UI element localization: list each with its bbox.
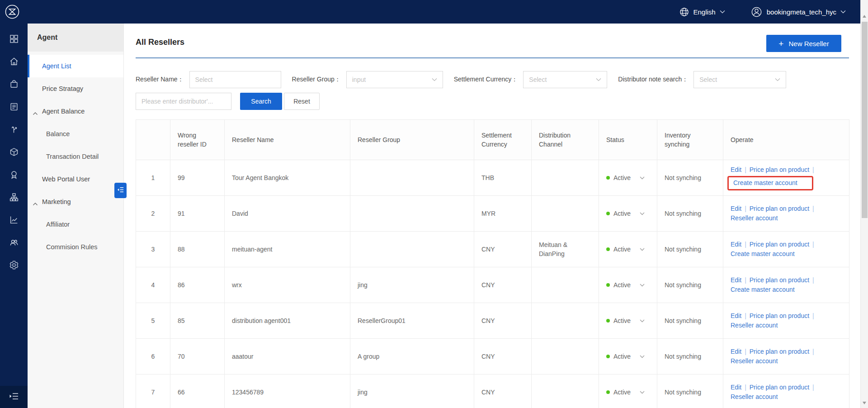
rail-item-medal[interactable] [0,164,28,187]
price-plan-on-product-link[interactable]: Price plan on product [750,166,809,173]
column-header [136,120,170,160]
rail-item-package[interactable] [0,142,28,164]
link-separator: | [741,312,750,319]
edit-link[interactable]: Edit [731,384,741,391]
settlement-currency-cell: CNY [474,232,532,267]
edit-link[interactable]: Edit [731,241,741,248]
new-reseller-button[interactable]: + New Reseller [766,35,841,52]
settlement-currency-select[interactable]: Select [523,71,607,88]
new-reseller-label: New Reseller [788,40,829,47]
edit-link[interactable]: Edit [731,348,741,355]
scrollbar-thumb[interactable] [862,22,868,218]
edit-link[interactable]: Edit [731,312,741,319]
logo [4,4,20,20]
scroll-up-arrow-icon[interactable] [863,15,866,18]
rail-item-orders[interactable] [0,96,28,119]
sidebar-item-marketing[interactable]: Marketing [28,190,123,213]
reseller-group-label: Reseller Group： [292,76,341,84]
price-plan-on-product-link[interactable]: Price plan on product [750,241,809,248]
status-cell: Active [599,267,657,303]
scroll-down-arrow-icon[interactable] [863,402,866,404]
status-dropdown[interactable]: Active [606,388,650,397]
distributor-note-select[interactable]: Select [693,71,786,88]
collapse-menu-icon [117,186,124,195]
rail-item-reports[interactable] [0,209,28,232]
sidebar-section-title: Agent [28,24,123,52]
reseller-group-cell: jing [350,375,474,408]
active-status-dot-icon [606,319,610,323]
user-menu[interactable]: bookingmeta_tech_hyc [750,6,846,18]
rail-item-settings[interactable] [0,255,28,277]
reseller-group-cell [350,160,474,196]
sidebar-item-agent-balance[interactable]: Agent Balance [28,100,123,123]
active-status-dot-icon [606,390,610,394]
active-status-dot-icon [606,247,610,251]
reseller-account-link[interactable]: Reseller account [731,357,778,365]
price-plan-on-product-link[interactable]: Price plan on product [750,384,809,391]
medal-icon [9,170,19,181]
operate-cell: Edit|Price plan on product|Reseller acco… [723,375,849,408]
sidebar-item-label: Commision Rules [46,243,98,251]
status-dropdown[interactable]: Active [606,316,650,325]
table-row: 585distribution agent001ResellerGroup01C… [136,303,849,339]
wrong-reseller-id-cell: 66 [170,375,225,408]
username-label: bookingmeta_tech_hyc [767,8,836,16]
sidebar-item-commision-rules[interactable]: Commision Rules [28,236,123,258]
sidebar-item-web-portal-user[interactable]: Web Portal User [28,168,123,190]
sidebar-item-affiliator[interactable]: Affiliator [28,213,123,236]
rail-item-route[interactable] [0,119,28,142]
price-plan-on-product-link[interactable]: Price plan on product [750,312,809,319]
sidebar-item-balance[interactable]: Balance [28,123,123,145]
inventory-synching-cell: Not synching [657,232,723,267]
chevron-down-icon [775,78,780,81]
settlement-currency-cell: CNY [474,303,532,339]
settings-gear-icon [9,260,19,272]
table-row: 199Tour Agent BangkokTHBActiveNot synchi… [136,160,849,196]
status-dropdown[interactable]: Active [606,352,650,361]
create-master-account-link[interactable]: Create master account [731,286,795,293]
sidebar-item-agent-list[interactable]: Agent List [28,55,123,77]
status-dropdown[interactable]: Active [606,280,650,289]
status-dropdown[interactable]: Active [606,173,650,182]
price-plan-on-product-link[interactable]: Price plan on product [750,276,809,284]
reseller-name-input[interactable] [189,71,281,88]
rail-item-users[interactable] [0,232,28,255]
rail-item-dashboard[interactable] [0,28,28,51]
create-master-account-link[interactable]: Create master account [733,179,797,186]
reseller-account-link[interactable]: Reseller account [731,393,778,400]
sidebar-collapse-button[interactable] [114,183,127,198]
row-index-cell: 7 [136,375,170,408]
table-row: 388meituan-agentCNYMeituan & DianPingAct… [136,232,849,267]
rail-collapse-button[interactable] [0,386,28,408]
reset-button[interactable]: Reset [284,93,320,110]
sidebar-item-price-stratagy[interactable]: Price Stratagy [28,77,123,100]
wrong-reseller-id-cell: 88 [170,232,225,267]
reseller-account-link[interactable]: Reseller account [731,214,778,222]
row-index-cell: 1 [136,160,170,196]
reseller-account-link[interactable]: Reseller account [731,322,778,329]
rail-item-shop[interactable] [0,74,28,96]
topbar-right: English bookingmeta_tech_hyc [679,6,860,18]
active-status-dot-icon [606,176,610,180]
language-selector[interactable]: English [679,7,725,17]
edit-link[interactable]: Edit [731,166,741,173]
resellers-table: Wrong reseller IDReseller NameReseller G… [136,119,849,408]
sidebar-item-transaction-detail[interactable]: Transaction Detail [28,145,123,168]
price-plan-on-product-link[interactable]: Price plan on product [750,348,809,355]
search-button[interactable]: Search [240,93,282,110]
distributor-search-input[interactable] [136,93,231,110]
rail-item-home[interactable] [0,51,28,74]
vertical-scrollbar[interactable] [860,0,868,408]
reseller-group-select[interactable]: input [346,71,443,88]
highlight-box: Create master account [727,176,813,190]
status-dropdown[interactable]: Active [606,209,650,218]
edit-link[interactable]: Edit [731,276,741,284]
edit-link[interactable]: Edit [731,205,741,212]
icon-rail [0,24,28,408]
reseller-name-cell: meituan-agent [225,232,350,267]
price-plan-on-product-link[interactable]: Price plan on product [750,205,809,212]
settlement-currency-cell: CNY [474,375,532,408]
status-dropdown[interactable]: Active [606,245,650,254]
create-master-account-link[interactable]: Create master account [731,250,795,257]
rail-item-agent[interactable] [0,187,28,209]
